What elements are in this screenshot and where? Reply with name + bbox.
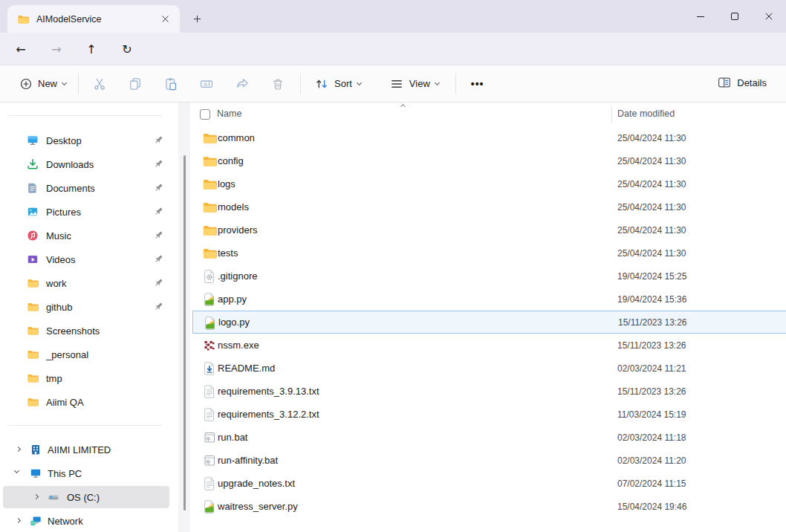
column-header-name[interactable]: Name	[217, 108, 241, 119]
python-file-icon	[202, 292, 217, 307]
chevron-down-icon[interactable]	[14, 468, 19, 473]
column-header-date-modified[interactable]: Date modified	[617, 108, 675, 119]
folder-icon	[202, 246, 217, 261]
sidebar-scrollbar[interactable]	[178, 103, 190, 532]
sidebar-item-pictures[interactable]: Pictures	[0, 200, 178, 224]
file-row[interactable]: requirements_3.12.2.txt 11/03/2024 15:19	[192, 403, 786, 426]
delete-button[interactable]	[263, 71, 293, 97]
tab-close-button[interactable]	[157, 12, 172, 27]
up-button[interactable]: ↑	[79, 37, 103, 61]
copy-button[interactable]	[120, 71, 150, 97]
sidebar-item-this-pc[interactable]: This PC	[0, 461, 178, 485]
sidebar-item-github[interactable]: github	[0, 295, 178, 319]
details-button[interactable]: Details	[711, 71, 773, 94]
file-row[interactable]: config 25/04/2024 11:30	[192, 149, 786, 172]
folder-icon	[27, 277, 39, 289]
pin-icon	[153, 206, 164, 217]
sidebar-item-tmp[interactable]: tmp	[0, 366, 178, 390]
file-list: Name Date modified common 25/04/2024 11:…	[192, 103, 786, 532]
view-button[interactable]: View	[383, 72, 445, 96]
text-file-icon	[202, 384, 217, 399]
pin-icon	[153, 253, 164, 265]
file-row[interactable]: .gitignore 19/04/2024 15:25	[192, 265, 786, 288]
file-row[interactable]: requirements_3.9.13.txt 15/11/2023 13:26	[192, 380, 786, 403]
chevron-right-icon[interactable]	[16, 447, 21, 452]
select-all-checkbox[interactable]	[200, 109, 210, 120]
close-icon	[160, 14, 170, 24]
close-button[interactable]	[752, 0, 786, 33]
sidebar-item-screenshots[interactable]: Screenshots	[0, 319, 178, 343]
folder-icon	[202, 131, 217, 146]
file-row[interactable]: tests 25/04/2024 11:30	[192, 241, 786, 265]
file-row[interactable]: providers 25/04/2024 11:30	[192, 218, 786, 241]
file-row[interactable]: app.py 19/04/2024 15:36	[192, 288, 786, 311]
more-options-button[interactable]: •••	[464, 78, 492, 90]
chevron-right-icon[interactable]	[16, 518, 21, 523]
file-row[interactable]: run.bat 02/03/2024 11:18	[192, 426, 786, 449]
file-row[interactable]: logs 25/04/2024 11:30	[192, 172, 786, 195]
forward-button[interactable]: →	[45, 37, 68, 61]
documents-icon	[27, 182, 39, 194]
maximize-button[interactable]	[718, 0, 752, 33]
pin-icon	[153, 277, 164, 288]
toolbar-separator	[78, 74, 79, 94]
rename-button[interactable]	[192, 71, 221, 97]
paste-button[interactable]	[156, 71, 186, 97]
sidebar-item-network[interactable]: Network	[0, 509, 178, 532]
toolbar-separator	[300, 74, 301, 94]
file-row[interactable]: models 25/04/2024 11:30	[192, 195, 786, 218]
cut-button[interactable]	[85, 71, 114, 97]
music-icon	[27, 230, 39, 241]
sidebar-item-personal[interactable]: _personal	[0, 343, 178, 366]
folder-icon	[27, 301, 39, 313]
tab-bar: AIModelService	[0, 0, 786, 33]
scrollbar-thumb[interactable]	[183, 155, 186, 510]
organization-icon	[30, 444, 42, 455]
desktop-icon	[27, 134, 39, 146]
share-button[interactable]	[227, 71, 257, 97]
back-button[interactable]: ←	[9, 37, 33, 61]
sidebar-item-desktop[interactable]: Desktop	[0, 129, 178, 152]
window-controls	[683, 0, 786, 33]
pin-icon	[153, 230, 164, 241]
sidebar-item-videos[interactable]: Videos	[0, 247, 178, 271]
file-row[interactable]: run-affinity.bat 02/03/2024 11:20	[192, 449, 786, 472]
new-tab-button[interactable]	[187, 9, 207, 28]
view-icon	[389, 77, 404, 91]
chevron-down-icon	[357, 80, 362, 85]
pin-icon	[153, 182, 164, 193]
rename-icon	[199, 77, 214, 91]
sidebar-item-aiimi-limited[interactable]: AIIMI LIMITED	[0, 438, 178, 461]
folder-icon	[202, 223, 217, 238]
close-icon	[764, 11, 774, 22]
exe-file-icon	[202, 338, 217, 353]
explorer-tab[interactable]: AIModelService	[7, 5, 180, 33]
sidebar-item-os-c[interactable]: OS (C:)	[0, 485, 178, 509]
details-pane-icon	[717, 75, 732, 90]
refresh-button[interactable]: ↻	[115, 37, 139, 61]
file-row[interactable]: waitress_server.py 15/04/2024 19:46	[192, 495, 786, 518]
file-row[interactable]: nssm.exe 15/11/2023 13:26	[192, 334, 786, 357]
tab-title: AIModelService	[36, 14, 157, 25]
sidebar-item-aiimi-qa[interactable]: Aiimi QA	[0, 390, 178, 414]
file-row[interactable]: README.md 02/03/2024 11:21	[192, 357, 786, 380]
file-row[interactable]: upgrade_notes.txt 07/02/2024 11:15	[192, 472, 786, 495]
sidebar-item-work[interactable]: work	[0, 271, 178, 295]
sort-icon	[314, 77, 329, 91]
file-row-selected[interactable]: logo.py 15/11/2023 13:26	[192, 311, 786, 334]
minimize-button[interactable]	[683, 0, 718, 33]
folder-icon	[27, 396, 39, 408]
this-pc-icon	[30, 467, 42, 479]
file-row[interactable]: common 25/04/2024 11:30	[192, 126, 786, 149]
markdown-file-icon	[202, 361, 217, 376]
sidebar-item-downloads[interactable]: Downloads	[0, 152, 178, 176]
sort-ascending-icon	[400, 104, 406, 109]
sidebar-item-music[interactable]: Music	[0, 224, 178, 247]
python-file-icon	[202, 499, 217, 514]
column-divider[interactable]	[611, 106, 612, 123]
new-button[interactable]: New	[13, 73, 72, 95]
sort-button[interactable]: Sort	[308, 72, 367, 96]
folder-icon	[202, 154, 217, 169]
pin-icon	[153, 158, 164, 169]
sidebar-item-documents[interactable]: Documents	[0, 176, 178, 200]
